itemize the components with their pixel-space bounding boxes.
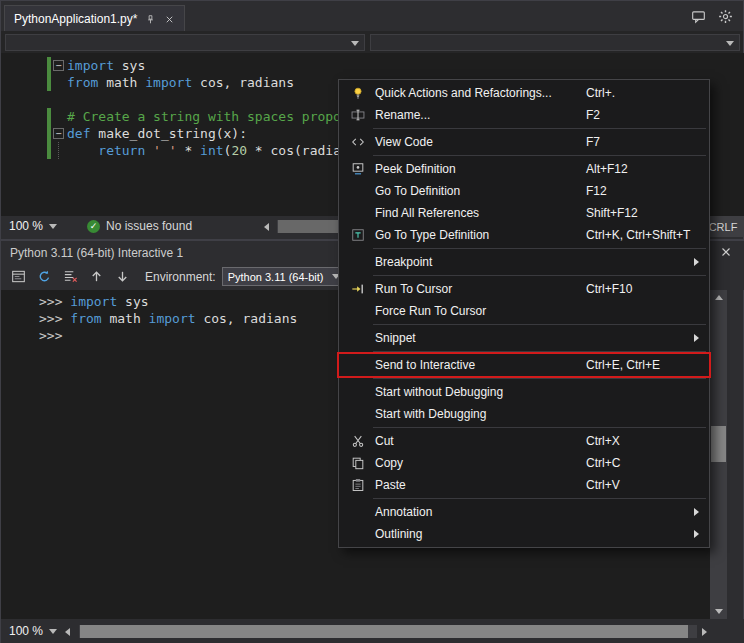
menu-item-breakpoint[interactable]: Breakpoint (339, 251, 709, 273)
menu-item-start-without-debugging[interactable]: Start without Debugging (339, 381, 709, 403)
feedback-icon[interactable] (691, 9, 706, 24)
menu-separator (373, 275, 706, 276)
menu-separator (373, 351, 706, 352)
environment-dropdown[interactable]: Python 3.11 (64-bit) (222, 267, 346, 286)
no-icon (347, 183, 369, 199)
menu-item-shortcut: Ctrl+. (586, 86, 615, 100)
menu-item-label: Peek Definition (375, 162, 456, 176)
issues-indicator[interactable]: No issues found (87, 219, 192, 233)
menu-item-cut[interactable]: CutCtrl+X (339, 430, 709, 452)
menu-item-label: Breakpoint (375, 255, 432, 269)
chevron-down-icon (351, 41, 359, 46)
scroll-right-button[interactable] (702, 628, 707, 636)
history-next-icon[interactable] (113, 268, 131, 286)
lightbulb-icon (347, 85, 369, 101)
scroll-left-button[interactable] (264, 223, 269, 231)
tab-pythonapplication1[interactable]: PythonApplication1.py* (4, 5, 185, 32)
code-token: int (200, 143, 223, 158)
menu-item-shortcut: F12 (586, 184, 607, 198)
menu-item-label: Annotation (375, 505, 432, 519)
interactive-options-icon[interactable] (9, 268, 27, 286)
close-pane-icon[interactable] (719, 245, 733, 259)
editor-zoom-value: 100 % (9, 219, 43, 233)
menu-item-label: Run To Cursor (375, 282, 452, 296)
fold-gutter (51, 91, 67, 108)
code-token: cos, radians (196, 311, 298, 326)
menu-item-label: Send to Interactive (375, 358, 475, 372)
submenu-arrow-icon (694, 530, 699, 538)
run-to-cursor-icon (347, 281, 369, 297)
peek-definition-icon (347, 161, 369, 177)
interactive-zoom-control[interactable]: 100 % (9, 624, 57, 638)
code-token: return (98, 143, 145, 158)
code-token: from (67, 75, 98, 90)
menu-item-find-all-references[interactable]: Find All ReferencesShift+F12 (339, 202, 709, 224)
navigation-dropdown-types[interactable] (5, 34, 365, 51)
code-token: sys (114, 58, 145, 73)
chevron-down-icon (49, 629, 57, 634)
menu-item-annotation[interactable]: Annotation (339, 501, 709, 523)
menu-item-peek-definition[interactable]: Peek DefinitionAlt+F12 (339, 158, 709, 180)
navigation-dropdown-members[interactable] (370, 34, 740, 51)
menu-item-snippet[interactable]: Snippet (339, 327, 709, 349)
scroll-up-button[interactable] (710, 290, 727, 305)
tab-bar: PythonApplication1.py* (1, 1, 743, 31)
menu-item-go-to-type-definition[interactable]: Go To Type DefinitionCtrl+K, Ctrl+Shift+… (339, 224, 709, 246)
context-menu: Quick Actions and Refactorings...Ctrl+.R… (338, 79, 710, 548)
menu-item-label: Start with Debugging (375, 407, 486, 421)
editor-zoom-control[interactable]: 100 % (9, 219, 57, 233)
no-icon (347, 384, 369, 400)
settings-gear-icon[interactable] (718, 9, 733, 24)
menu-item-shortcut: Ctrl+X (586, 434, 620, 448)
reset-icon[interactable] (35, 268, 53, 286)
code-token: import (145, 75, 192, 90)
scroll-down-button[interactable] (710, 604, 727, 619)
fold-collapse-icon[interactable] (51, 125, 67, 142)
scrollbar-thumb[interactable] (80, 625, 688, 638)
menu-item-view-code[interactable]: View CodeF7 (339, 131, 709, 153)
fold-gutter (51, 108, 67, 125)
interactive-vertical-scrollbar[interactable] (710, 290, 727, 619)
no-icon (347, 303, 369, 319)
window-icons (691, 9, 733, 24)
editor-code-line: import sys (1, 57, 744, 74)
menu-item-copy[interactable]: CopyCtrl+C (339, 452, 709, 474)
scroll-left-button[interactable] (65, 628, 70, 636)
menu-item-shortcut: Ctrl+K, Ctrl+Shift+T (586, 228, 690, 242)
clear-screen-icon[interactable] (61, 268, 79, 286)
menu-item-label: Find All References (375, 206, 479, 220)
menu-separator (373, 248, 706, 249)
menu-item-quick-actions-and-refactorings[interactable]: Quick Actions and Refactorings...Ctrl+. (339, 82, 709, 104)
interactive-horizontal-scrollbar[interactable] (79, 625, 697, 638)
scrollbar-thumb[interactable] (711, 426, 726, 462)
code-token: * cos(radia (247, 143, 341, 158)
menu-item-rename[interactable]: Rename...F2 (339, 104, 709, 126)
menu-item-start-with-debugging[interactable]: Start with Debugging (339, 403, 709, 425)
menu-item-shortcut: Ctrl+F10 (586, 282, 632, 296)
menu-item-paste[interactable]: PasteCtrl+V (339, 474, 709, 496)
menu-item-run-to-cursor[interactable]: Run To CursorCtrl+F10 (339, 278, 709, 300)
fold-collapse-icon[interactable] (51, 57, 67, 74)
chevron-down-icon (726, 41, 734, 46)
pin-icon[interactable] (144, 13, 156, 25)
interactive-zoom-value: 100 % (9, 624, 43, 638)
code-token: import (149, 311, 196, 326)
console-prompt: >>> (39, 328, 70, 343)
close-tab-icon[interactable] (163, 13, 175, 25)
menu-item-label: Cut (375, 434, 394, 448)
interactive-toolbar-icons (9, 268, 131, 286)
menu-separator (373, 498, 706, 499)
menu-item-outlining[interactable]: Outlining (339, 523, 709, 545)
menu-item-send-to-interactive[interactable]: Send to InteractiveCtrl+E, Ctrl+E (339, 354, 709, 376)
menu-item-go-to-definition[interactable]: Go To DefinitionF12 (339, 180, 709, 202)
code-token: ' ' (153, 143, 176, 158)
menu-item-label: Rename... (375, 108, 430, 122)
menu-item-shortcut: Ctrl+C (586, 456, 620, 470)
code-text: # Create a string with spaces propor (67, 108, 349, 125)
menu-item-label: Force Run To Cursor (375, 304, 486, 318)
goto-type-definition-icon (347, 227, 369, 243)
no-icon (347, 330, 369, 346)
menu-item-force-run-to-cursor[interactable]: Force Run To Cursor (339, 300, 709, 322)
history-previous-icon[interactable] (87, 268, 105, 286)
fold-gutter (51, 74, 67, 91)
